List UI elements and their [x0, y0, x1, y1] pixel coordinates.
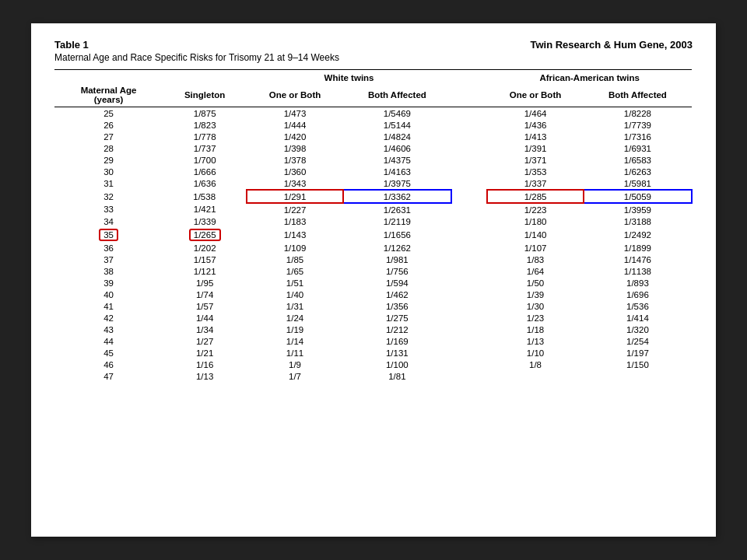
spacer-cell — [451, 242, 487, 254]
spacer-cell — [451, 142, 487, 154]
white-both-cell: 1/4163 — [343, 166, 451, 177]
singleton-cell: 1/44 — [163, 312, 247, 324]
age-cell: 28 — [54, 142, 163, 154]
white-one-cell: 1/420 — [247, 131, 343, 142]
aa-one-cell: 1/180 — [487, 215, 584, 227]
singleton-cell: 1/421 — [163, 203, 247, 215]
white-both-cell: 1/1262 — [343, 242, 451, 254]
white-one-cell: 1/473 — [247, 107, 343, 120]
aa-both-cell: 1/1138 — [584, 265, 692, 277]
aa-both-cell: 1/197 — [584, 347, 692, 359]
singleton-cell: 1/666 — [163, 166, 247, 177]
aa-one-cell — [487, 370, 584, 382]
spacer-cell — [451, 265, 487, 277]
table-row: 351/2651/1431/16561/1401/2492 — [54, 227, 692, 242]
white-one-cell: 1/291 — [247, 190, 343, 203]
white-both-cell: 1/275 — [343, 312, 451, 324]
aa-one-cell: 1/64 — [487, 265, 584, 277]
table-row: 301/6661/3601/41631/3531/6263 — [54, 166, 692, 177]
white-both-cell: 1/100 — [343, 359, 451, 370]
aa-both-cell: 1/6263 — [584, 166, 692, 177]
table-row: 261/8231/4441/51441/4361/7739 — [54, 119, 692, 131]
singleton-cell: 1/202 — [163, 242, 247, 254]
table-row: 441/271/141/1691/131/254 — [54, 335, 692, 347]
white-one-cell: 1/444 — [247, 119, 343, 131]
table-subtitle: Maternal Age and Race Specific Risks for… — [54, 52, 693, 63]
singleton-cell: 1/95 — [163, 277, 247, 289]
spacer-cell — [451, 289, 487, 300]
aa-one-cell: 1/337 — [487, 177, 584, 190]
white-both-cell: 1/4824 — [343, 131, 451, 142]
aa-both-cell: 1/1899 — [584, 242, 692, 254]
white-one-cell: 1/143 — [247, 227, 343, 242]
age-cell: 36 — [54, 242, 163, 254]
white-both-cell: 1/2631 — [343, 203, 451, 215]
table-row: 331/4211/2271/26311/2231/3959 — [54, 203, 692, 215]
column-header-row: Maternal Age(years) Singleton One or Bot… — [54, 84, 692, 107]
white-one-header: One or Both — [247, 84, 343, 107]
white-both-cell: 1/4606 — [343, 142, 451, 154]
aa-one-cell: 1/107 — [487, 242, 584, 254]
table-row: 271/7781/4201/48241/4131/7316 — [54, 131, 692, 142]
white-both-cell: 1/5469 — [343, 107, 451, 120]
age-cell: 34 — [54, 215, 163, 227]
aa-one-cell: 1/30 — [487, 300, 584, 312]
age-cell: 33 — [54, 203, 163, 215]
spacer-cell — [451, 119, 487, 131]
aa-both-cell: 1/150 — [584, 359, 692, 370]
spacer-cell — [451, 254, 487, 265]
white-one-cell: 1/19 — [247, 324, 343, 335]
spacer-cell — [451, 131, 487, 142]
white-one-cell: 1/11 — [247, 347, 343, 359]
aa-both-cell: 1/8228 — [584, 107, 692, 120]
singleton-cell: 1/339 — [163, 215, 247, 227]
white-both-cell: 1/5144 — [343, 119, 451, 131]
aa-both-cell: 1/893 — [584, 277, 692, 289]
maternal-age-header: Maternal Age(years) — [54, 84, 163, 107]
aa-twins-header: African-American twins — [487, 70, 692, 85]
aa-one-cell: 1/18 — [487, 324, 584, 335]
table-row: 341/3391/1831/21191/1801/3188 — [54, 215, 692, 227]
singleton-cell: 1/157 — [163, 254, 247, 265]
aa-both-header: Both Affected — [584, 84, 692, 107]
age-cell: 32 — [54, 190, 163, 203]
white-one-cell: 1/24 — [247, 312, 343, 324]
table-row: 401/741/401/4621/391/696 — [54, 289, 692, 300]
spacer-cell — [451, 312, 487, 324]
aa-both-cell: 1/7739 — [584, 119, 692, 131]
spacer-cell — [451, 347, 487, 359]
age-cell: 39 — [54, 277, 163, 289]
singleton-cell: 1/700 — [163, 154, 247, 166]
white-one-cell: 1/9 — [247, 359, 343, 370]
aa-one-cell: 1/8 — [487, 359, 584, 370]
spacer-cell — [451, 203, 487, 215]
table-row: 391/951/511/5941/501/893 — [54, 277, 692, 289]
aa-one-cell: 1/391 — [487, 142, 584, 154]
table-row: 451/211/111/1311/101/197 — [54, 347, 692, 359]
table-row: 361/2021/1091/12621/1071/1899 — [54, 242, 692, 254]
white-both-cell: 1/462 — [343, 289, 451, 300]
age-cell: 29 — [54, 154, 163, 166]
white-both-cell: 1/356 — [343, 300, 451, 312]
table-row: 421/441/241/2751/231/414 — [54, 312, 692, 324]
aa-one-cell: 1/83 — [487, 254, 584, 265]
spacer-cell — [451, 335, 487, 347]
aa-one-cell: 1/436 — [487, 119, 584, 131]
singleton-cell: 1/636 — [163, 177, 247, 190]
white-both-cell: 1/594 — [343, 277, 451, 289]
aa-one-cell: 1/10 — [487, 347, 584, 359]
singleton-cell: 1/16 — [163, 359, 247, 370]
white-both-cell: 1/981 — [343, 254, 451, 265]
singleton-cell: 1/21 — [163, 347, 247, 359]
singleton-cell: 1/538 — [163, 190, 247, 203]
white-both-cell: 1/212 — [343, 324, 451, 335]
journal-reference: Twin Research & Hum Gene, 2003 — [530, 39, 693, 51]
aa-one-cell: 1/371 — [487, 154, 584, 166]
table-row: 251/8751/4731/54691/4641/8228 — [54, 107, 692, 120]
aa-one-cell: 1/413 — [487, 131, 584, 142]
white-one-cell: 1/109 — [247, 242, 343, 254]
aa-both-cell: 1/5059 — [584, 190, 692, 203]
white-one-cell: 1/85 — [247, 254, 343, 265]
table-row: 321/5381/2911/33621/2851/5059 — [54, 190, 692, 203]
age-cell: 45 — [54, 347, 163, 359]
